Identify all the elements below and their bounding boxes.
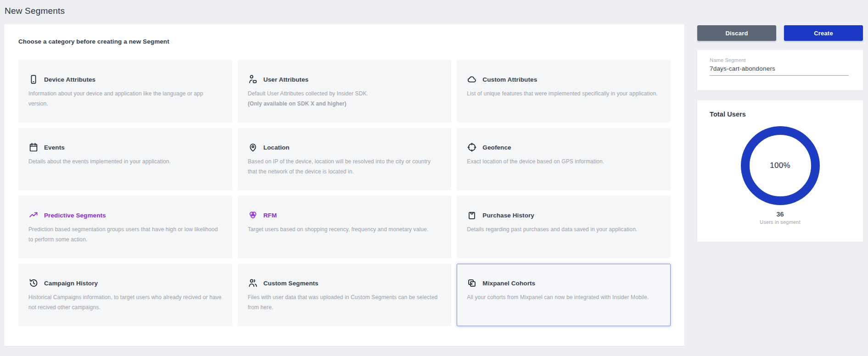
category-card-head: Custom Segments — [248, 278, 441, 289]
category-card-description: All your cohorts from Mixpanel can now b… — [467, 292, 660, 302]
panel-subtitle: Choose a category before creating a new … — [18, 38, 671, 45]
category-card-description: Historical Campaigns information, to tar… — [28, 292, 222, 312]
category-card-head: Location — [248, 142, 441, 153]
category-card-head: Custom Attributes — [467, 74, 660, 85]
users-count: 36 — [697, 211, 863, 218]
category-card-title: RFM — [263, 212, 277, 219]
category-card-campaign-history[interactable]: Campaign History Historical Campaigns in… — [18, 264, 232, 326]
category-card-head: Device Attributes — [28, 74, 222, 85]
venn-diagram-icon — [248, 210, 258, 220]
category-card-title: Mixpanel Cohorts — [482, 280, 535, 287]
category-card-user-attributes[interactable]: User Attributes Default User Attributes … — [238, 60, 452, 122]
category-card-title: Location — [263, 144, 290, 151]
category-card-description: List of unique features that were implem… — [467, 89, 660, 99]
name-segment-input[interactable] — [710, 65, 849, 76]
category-card-title: Campaign History — [44, 280, 98, 287]
category-card-title: Predictive Segments — [44, 212, 106, 219]
category-card-title: Custom Segments — [263, 280, 319, 287]
user-card-icon — [248, 74, 258, 84]
category-card-title: Geofence — [482, 144, 511, 151]
category-card-head: User Attributes — [248, 74, 441, 85]
category-card-title: Custom Attributes — [482, 76, 537, 83]
crosshair-icon — [467, 142, 477, 152]
category-card-custom-segments[interactable]: Custom Segments Files with user data tha… — [238, 264, 452, 326]
sidebar: Discard Create Name Segment Total Users … — [697, 25, 863, 242]
category-card-description: Details about the events implemented in … — [28, 156, 222, 167]
category-card-description: Information about your device and applic… — [28, 89, 222, 109]
category-card-predictive-segments[interactable]: Predictive Segments Prediction based seg… — [18, 196, 232, 258]
users-icon — [248, 278, 258, 288]
category-card-title: Device Attributes — [44, 76, 95, 83]
category-grid: Device Attributes Information about your… — [18, 60, 671, 326]
category-card-head: Mixpanel Cohorts — [467, 278, 660, 289]
category-card-geofence[interactable]: Geofence Exact location of the device ba… — [457, 128, 671, 190]
category-card-description: Files with user data that was uploaded i… — [248, 292, 441, 312]
category-card-head: Geofence — [467, 142, 660, 153]
category-card-title: User Attributes — [263, 76, 309, 83]
name-segment-label: Name Segment — [710, 57, 851, 63]
map-pin-icon — [248, 142, 258, 152]
shopping-bag-icon — [467, 210, 477, 220]
category-card-events[interactable]: Events Details about the events implemen… — [18, 128, 232, 190]
category-card-description: Details regarding past purchases and dat… — [467, 224, 660, 234]
category-card-purchase-history[interactable]: Purchase History Details regarding past … — [457, 196, 671, 258]
category-card-description: Exact location of the device based on GP… — [467, 156, 660, 167]
category-card-rfm[interactable]: RFM Target users based on shopping recen… — [238, 196, 452, 258]
smartphone-icon — [28, 74, 39, 84]
cloud-icon — [467, 74, 477, 84]
calendar-icon — [28, 142, 39, 152]
category-card-description: Prediction based segmentation groups use… — [28, 224, 222, 245]
category-card-location[interactable]: Location Based on IP of the device, loca… — [238, 128, 452, 190]
category-card-head: RFM — [248, 210, 441, 221]
category-card-head: Predictive Segments — [28, 210, 222, 221]
category-card-head: Events — [28, 142, 222, 153]
category-card-head: Campaign History — [28, 278, 222, 289]
name-segment-card: Name Segment — [697, 50, 863, 90]
total-users-donut-chart: 100% — [741, 126, 820, 205]
total-users-title: Total Users — [697, 111, 863, 118]
donut-percent-label: 100% — [770, 161, 790, 170]
category-card-description: Target users based on shopping recency, … — [248, 224, 441, 234]
discard-button[interactable]: Discard — [697, 25, 776, 41]
category-card-custom-attributes[interactable]: Custom Attributes List of unique feature… — [457, 60, 671, 122]
category-card-title: Events — [44, 144, 65, 151]
users-count-caption: Users in segment — [697, 219, 863, 225]
category-card-device-attributes[interactable]: Device Attributes Information about your… — [18, 60, 232, 122]
category-card-description: Based on IP of the device, location will… — [248, 156, 441, 177]
create-button[interactable]: Create — [784, 25, 863, 41]
category-card-title: Purchase History — [482, 212, 534, 219]
linked-squares-icon — [467, 278, 477, 288]
history-clock-icon — [28, 278, 39, 288]
category-card-description: Default User Attributes collected by Ins… — [248, 89, 441, 109]
total-users-card: Total Users 100% 36 Users in segment — [697, 100, 863, 242]
action-buttons: Discard Create — [697, 25, 863, 41]
trending-up-icon — [28, 210, 39, 220]
page-title: New Segments — [5, 6, 65, 16]
category-card-mixpanel-cohorts[interactable]: Mixpanel Cohorts All your cohorts from M… — [457, 264, 671, 326]
category-panel: Choose a category before creating a new … — [4, 24, 684, 346]
category-card-head: Purchase History — [467, 210, 660, 221]
